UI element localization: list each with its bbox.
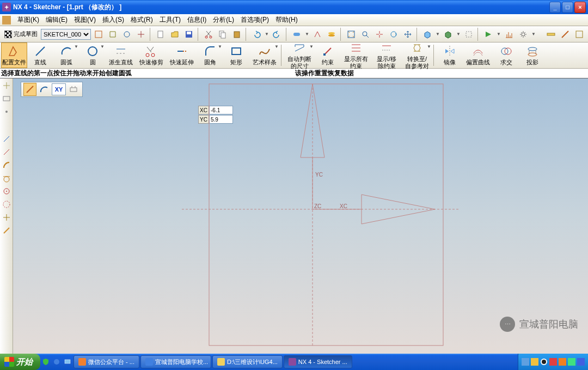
close-button[interactable]: × [574, 2, 586, 13]
convert-button[interactable]: ▼转换至/ 自参考对 [402, 43, 432, 68]
offset-button[interactable]: 偏置曲线 [463, 43, 493, 68]
menu-info[interactable]: 信息(I) [184, 14, 210, 26]
fillet-button[interactable]: ▼圆角 [197, 43, 223, 68]
shade-icon[interactable] [421, 28, 434, 41]
sketch-select[interactable]: SKETCH_000 [41, 29, 91, 40]
tray-sound-icon[interactable] [522, 358, 529, 366]
open-icon[interactable] [168, 28, 181, 41]
rotate-icon[interactable] [387, 28, 400, 41]
checkered-flag-icon [4, 31, 12, 38]
rectangle-button[interactable]: 矩形 [223, 43, 249, 68]
spline-button[interactable]: ▼艺术样条 [249, 43, 280, 68]
zoom-icon[interactable] [359, 28, 372, 41]
paste-icon[interactable] [230, 28, 243, 41]
vline-icon[interactable] [2, 134, 11, 144]
trim-button[interactable]: 快速修剪 [136, 43, 167, 68]
task-school[interactable]: 宣城普阳电脑学校... [140, 355, 211, 368]
task-folder[interactable]: D:\三维设计\UG4... [212, 355, 283, 368]
quick-shield-icon[interactable] [41, 355, 51, 368]
show-remove-button[interactable]: 显示/移 除约束 [371, 43, 402, 68]
tray-msg-icon[interactable] [559, 358, 566, 366]
menu-view[interactable]: 视图(V) [71, 14, 99, 26]
cut-icon[interactable] [202, 28, 215, 41]
menu-format[interactable]: 格式(R) [127, 14, 156, 26]
vcircle-icon[interactable] [2, 186, 11, 196]
analysis-icon[interactable] [503, 28, 516, 41]
tray-up-icon[interactable] [577, 358, 585, 366]
derived-line-button[interactable]: 派生直线 [106, 43, 136, 68]
vpoint-icon[interactable] [2, 213, 11, 222]
render-icon[interactable] [442, 28, 455, 41]
svg-rect-10 [293, 33, 300, 36]
preferences-icon[interactable] [517, 28, 530, 41]
minimize-button[interactable]: _ [549, 2, 561, 13]
maximize-button[interactable]: □ [562, 2, 573, 13]
menu-help[interactable]: 帮助(H) [272, 14, 301, 26]
task-wechat[interactable]: 微信公众平台 - ... [74, 355, 139, 368]
see-thru-icon[interactable] [462, 28, 475, 41]
profile-button[interactable]: 配置文件 [1, 43, 27, 68]
arc-button[interactable]: ▼圆弧 [53, 43, 79, 68]
extend-button[interactable]: 快速延伸 [167, 43, 197, 68]
mirror-button[interactable]: 镜像 [437, 43, 463, 68]
graphics-area[interactable]: XY XC YC YC XC ZC ⋯ [13, 78, 588, 354]
vcircle2-icon[interactable] [2, 199, 11, 209]
fit-icon[interactable] [345, 28, 358, 41]
orient-icon[interactable] [92, 28, 105, 41]
svg-point-66 [54, 359, 59, 365]
vedge-icon[interactable] [2, 226, 11, 235]
finish-sketch-button[interactable]: 完成草图 [2, 29, 40, 39]
svg-point-15 [391, 32, 396, 37]
menu-icon [2, 16, 11, 25]
toggle-icon[interactable] [290, 28, 303, 41]
auto-dim-button[interactable]: ▼自动判断 的尺寸 [284, 43, 315, 68]
undo-dropdown[interactable]: ▼ [264, 32, 270, 37]
new-icon[interactable] [154, 28, 167, 41]
tray-qq-icon[interactable] [540, 358, 548, 366]
tool2-icon[interactable] [134, 28, 148, 41]
redo-icon[interactable] [271, 28, 284, 41]
measure-icon[interactable] [544, 28, 558, 41]
menu-sketch[interactable]: 草图(K) [14, 14, 42, 26]
watermark: ⋯ 宣城普阳电脑 [500, 317, 578, 332]
tool-icon[interactable] [120, 28, 133, 41]
varc-icon[interactable] [2, 160, 11, 170]
datum-icon[interactable] [2, 81, 11, 90]
sketch-plane-icon[interactable] [2, 94, 11, 104]
line-button[interactable]: 直线 [27, 43, 53, 68]
vline2-icon[interactable] [2, 147, 11, 157]
tray-av-icon[interactable] [549, 358, 557, 366]
measure3-icon[interactable] [573, 28, 586, 41]
tray-net-icon[interactable] [531, 358, 538, 366]
menu-analysis[interactable]: 分析(L) [210, 14, 237, 26]
intersect-button[interactable]: 求交 [493, 43, 519, 68]
menu-tools[interactable]: 工具(T) [156, 14, 184, 26]
undo-icon[interactable] [250, 28, 263, 41]
layer-icon[interactable] [325, 28, 338, 41]
menu-edit[interactable]: 编辑(E) [42, 14, 71, 26]
constrain-button[interactable]: 约束 [315, 43, 341, 68]
pan-icon[interactable] [401, 28, 414, 41]
copy-icon[interactable] [216, 28, 229, 41]
zoom-in-out-icon[interactable] [373, 28, 386, 41]
wcs-icon[interactable] [311, 28, 324, 41]
circle-button[interactable]: ▼圆 [79, 43, 106, 68]
point-icon[interactable] [2, 107, 11, 117]
vtan-icon[interactable] [2, 173, 11, 183]
measure2-icon[interactable] [559, 28, 572, 41]
tray-vol-icon[interactable] [568, 358, 575, 366]
quick-desktop-icon[interactable] [63, 355, 72, 368]
svg-rect-2 [158, 31, 163, 38]
task-nx[interactable]: NX 4 - Sketcher ... [284, 355, 352, 368]
menu-insert[interactable]: 插入(S) [99, 14, 127, 26]
save-icon[interactable] [182, 28, 195, 41]
quick-ie-icon[interactable] [52, 355, 62, 368]
svg-rect-67 [65, 360, 70, 363]
system-tray[interactable] [518, 354, 588, 370]
show-all-button[interactable]: 显示所有 约束 [341, 43, 371, 68]
start-icon[interactable] [482, 28, 495, 41]
reattach-icon[interactable] [106, 28, 119, 41]
menu-pref[interactable]: 首选项(P) [237, 14, 272, 26]
project-button[interactable]: 投影 [519, 43, 546, 68]
start-button[interactable]: 开始 [0, 354, 40, 370]
